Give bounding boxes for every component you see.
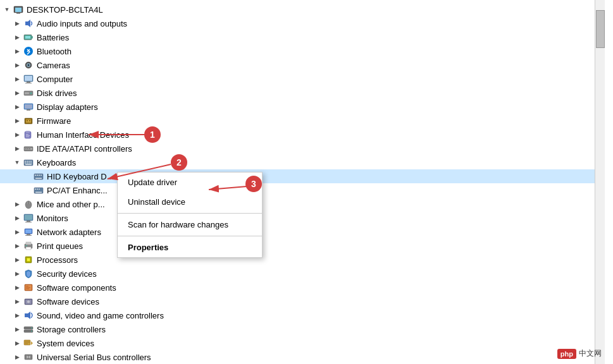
context-scan-hardware[interactable]: Scan for hardware changes: [118, 215, 262, 234]
svg-point-86: [31, 331, 32, 332]
usb-label: Universal Serial Bus controllers: [37, 353, 151, 362]
cameras-label: Cameras: [37, 61, 70, 70]
tree-item-print[interactable]: Print queues: [0, 239, 595, 253]
tree-item-system[interactable]: System devices: [0, 336, 595, 350]
tree-item-storage[interactable]: Storage controllers: [0, 322, 595, 336]
tree-item-sound[interactable]: Sound, video and game controllers: [0, 308, 595, 322]
svg-rect-26: [26, 131, 30, 133]
tree-item-network[interactable]: Network adapters: [0, 225, 595, 239]
context-properties[interactable]: Properties: [118, 238, 262, 257]
firmware-expand[interactable]: [13, 116, 22, 125]
scrollbar[interactable]: [595, 0, 605, 364]
print-expand[interactable]: [13, 241, 22, 250]
tree-item-firmware[interactable]: Firmware: [0, 114, 595, 128]
system-expand[interactable]: [13, 339, 22, 348]
display-expand[interactable]: [13, 102, 22, 111]
sound-expand[interactable]: [13, 311, 22, 320]
tree-item-mice[interactable]: Mice and other p...: [0, 197, 595, 211]
system-icon: [23, 337, 34, 349]
processors-expand[interactable]: [13, 255, 22, 264]
keyboards-label: Keyboards: [37, 158, 76, 167]
sound-label: Sound, video and game controllers: [37, 311, 164, 320]
bluetooth-label: Bluetooth: [37, 47, 71, 56]
svg-rect-41: [27, 162, 28, 164]
monitors-icon: [23, 212, 34, 224]
svg-rect-39: [30, 161, 32, 162]
svg-rect-19: [25, 104, 32, 109]
sw-comp-expand[interactable]: [13, 283, 22, 292]
bluetooth-expand[interactable]: [13, 47, 22, 56]
disk-expand[interactable]: [13, 88, 22, 97]
svg-rect-5: [32, 36, 33, 39]
svg-rect-44: [25, 164, 32, 166]
print-icon: [23, 240, 34, 252]
tree-item-display[interactable]: Display adapters: [0, 100, 595, 114]
tree-item-hid-keyboard[interactable]: HID Keyboard D...: [0, 169, 595, 183]
tree-item-processors[interactable]: Processors: [0, 253, 595, 267]
tree-item-usb[interactable]: Universal Serial Bus controllers: [0, 350, 595, 364]
svg-rect-91: [25, 344, 28, 344]
audio-icon: [23, 18, 34, 29]
monitors-label: Monitors: [37, 214, 68, 223]
tree-panel: DESKTOP-BCLTA4L Audio inputs and outputs: [0, 0, 595, 364]
storage-expand[interactable]: [13, 325, 22, 334]
svg-rect-27: [26, 134, 28, 135]
hid-keyboard-icon: [33, 171, 44, 182]
keyboards-expand[interactable]: [13, 158, 22, 167]
tree-item-disk-drives[interactable]: Disk drives: [0, 86, 595, 100]
tree-item-monitors[interactable]: Monitors: [0, 211, 595, 225]
badge-3: 3: [245, 176, 262, 192]
svg-rect-73: [27, 258, 30, 261]
ide-icon: [23, 143, 34, 154]
tree-item-software-components[interactable]: Software components: [0, 281, 595, 294]
mice-expand[interactable]: [13, 200, 22, 209]
audio-expand[interactable]: [13, 19, 22, 28]
tree-item-computer[interactable]: Computer: [0, 72, 595, 86]
context-update-driver[interactable]: Update driver: [118, 173, 262, 192]
svg-rect-65: [27, 234, 30, 235]
security-expand[interactable]: [13, 269, 22, 278]
svg-rect-77: [26, 288, 30, 288]
svg-rect-17: [25, 92, 29, 94]
svg-rect-43: [30, 162, 32, 164]
usb-expand[interactable]: [13, 353, 22, 361]
svg-rect-37: [27, 161, 28, 162]
context-divider-1: [118, 213, 262, 214]
processors-label: Processors: [37, 255, 78, 265]
pcat-label: PC/AT Enhanc...: [47, 186, 108, 195]
svg-rect-60: [25, 215, 32, 220]
monitors-expand[interactable]: [13, 214, 22, 222]
tree-item-cameras[interactable]: Cameras: [0, 58, 595, 72]
tree-item-keyboards[interactable]: Keyboards: [0, 155, 595, 169]
tree-item-security[interactable]: Security devices: [0, 267, 595, 281]
hid-expand[interactable]: [13, 130, 22, 139]
scrollbar-thumb[interactable]: [596, 10, 605, 48]
svg-marker-88: [31, 341, 33, 345]
svg-rect-38: [28, 161, 30, 162]
context-uninstall-device[interactable]: Uninstall device: [118, 192, 262, 212]
svg-rect-53: [37, 189, 38, 190]
tree-root[interactable]: DESKTOP-BCLTA4L: [0, 3, 595, 16]
svg-point-85: [31, 327, 32, 329]
batteries-icon: [23, 32, 34, 43]
sw-dev-label: Software devices: [37, 297, 99, 306]
sw-dev-icon: [23, 296, 34, 307]
batteries-expand[interactable]: [13, 33, 22, 42]
tree-item-audio[interactable]: Audio inputs and outputs: [0, 16, 595, 30]
ide-expand[interactable]: [13, 144, 22, 153]
svg-rect-52: [35, 189, 36, 190]
sw-dev-expand[interactable]: [13, 297, 22, 306]
tree-item-pcat[interactable]: PC/AT Enhanc...: [0, 183, 595, 197]
tree-item-software-devices[interactable]: Software devices: [0, 294, 595, 308]
badge-1: 1: [144, 126, 161, 143]
cameras-expand[interactable]: [13, 61, 22, 70]
firmware-label: Firmware: [37, 116, 71, 126]
tree-item-hid[interactable]: Human Interface Devices: [0, 128, 595, 142]
network-expand[interactable]: [13, 228, 22, 236]
tree-item-bluetooth[interactable]: Bluetooth: [0, 44, 595, 58]
svg-rect-68: [26, 242, 31, 245]
root-expand-arrow[interactable]: [3, 5, 11, 14]
tree-item-batteries[interactable]: Batteries: [0, 30, 595, 44]
tree-item-ide[interactable]: IDE ATA/ATAPI controllers: [0, 142, 595, 155]
computer-expand[interactable]: [13, 75, 22, 83]
